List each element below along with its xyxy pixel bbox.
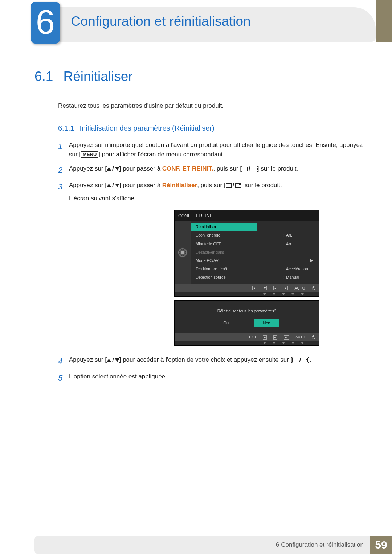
- osd-item-desactiver-dans: Désactiver dans: [191, 248, 319, 257]
- down-icon: [115, 184, 119, 187]
- chapter-title: Configuration et réinitialisation: [71, 14, 251, 29]
- osd-title: CONF. ET REINIT.: [175, 210, 319, 222]
- exit-label: EXIT: [249, 335, 256, 340]
- step-3: 3 Appuyez sur [/] pour passer à Réinitia…: [58, 181, 370, 351]
- source1-icon: [242, 167, 248, 171]
- osd-item-mode-pcav: Mode PC/AV▶: [191, 257, 319, 265]
- nav-left-icon: ◂: [252, 286, 256, 290]
- subsection-title: Initialisation des paramètres (Réinitial…: [79, 124, 214, 132]
- power-icon: [312, 336, 315, 339]
- page-footer: 6 Configuration et réinitialisation 59: [0, 536, 392, 554]
- subsection-number: 6.1.1: [58, 124, 74, 132]
- osd-item-detection-source: Détection source:Manual: [191, 273, 319, 282]
- osd-menu-panel: CONF. ET REINIT. Réinitialiser Econ. éne…: [174, 210, 319, 297]
- osd-confirm-no: Non: [254, 319, 279, 327]
- up-icon: [107, 167, 111, 171]
- source1-icon: [226, 183, 232, 188]
- step-number: 4: [58, 355, 69, 368]
- step-4: 4 Appuyez sur [/] pour accéder à l'optio…: [58, 355, 370, 368]
- osd-button-bar: ◂ ▾ ▴ ▸ AUTO: [175, 284, 319, 293]
- osd-confirm-bar: EXIT ◂ ▸ ↵ AUTO: [175, 333, 319, 341]
- nav-right-icon: ▸: [284, 286, 288, 290]
- nav-up-icon: ▴: [273, 286, 277, 290]
- osd-item-reinitialiser: Réinitialiser: [191, 223, 257, 231]
- osd-indicator-row: [175, 292, 319, 296]
- section-number: 6.1: [34, 69, 53, 84]
- menu-button-icon: MENU: [81, 151, 98, 158]
- osd-item-econ-energie: Econ. énergie:Arr.: [191, 231, 319, 239]
- auto-label: AUTO: [295, 335, 305, 340]
- up-icon: [107, 358, 111, 362]
- osd-side-icon: [175, 221, 191, 283]
- osd-item-tch-repet: Tch Nombre répét.:Accélération: [191, 265, 319, 273]
- footer-chapter-text: 6 Configuration et réinitialisation: [34, 536, 370, 554]
- osd-confirm-panel: Réinitialiser tous les paramètres? Oui N…: [174, 300, 319, 346]
- section-title: Réinitialiser: [63, 69, 132, 84]
- footer-page-number: 59: [370, 536, 392, 554]
- section-heading: 6.1Réinitialiser: [34, 69, 370, 84]
- step-5: 5 L'option sélectionnée est appliquée.: [58, 372, 370, 384]
- chapter-number-badge: 6: [31, 2, 60, 44]
- step-number: 5: [58, 372, 69, 384]
- target-reinitialiser: Réinitialiser: [162, 182, 197, 189]
- step-number: 2: [58, 164, 69, 176]
- source2-icon: [252, 167, 257, 171]
- osd-confirm-question: Réinitialiser tous les paramètres?: [175, 301, 319, 319]
- section-intro: Restaurez tous les paramètres d'usine pa…: [58, 102, 370, 110]
- corner-stripe: [376, 0, 392, 42]
- target-conf-reinit: CONF. ET REINIT.: [162, 165, 213, 172]
- source1-icon: [292, 358, 298, 362]
- enter-icon: ↵: [284, 335, 289, 340]
- down-icon: [115, 167, 119, 171]
- nav-right-icon: ▸: [273, 335, 277, 340]
- step-number: 1: [58, 140, 69, 153]
- nav-down-icon: ▾: [263, 286, 267, 290]
- power-icon: [312, 286, 315, 290]
- nav-left-icon: ◂: [263, 335, 267, 340]
- source2-icon: [235, 183, 241, 188]
- osd-item-minuterie-off: Minuterie OFF:Arr.: [191, 240, 319, 248]
- subsection-heading: 6.1.1Initialisation des paramètres (Réin…: [58, 124, 370, 132]
- osd-indicator-row: [175, 341, 319, 345]
- gear-icon: [179, 249, 186, 256]
- osd-confirm-yes: Oui: [215, 319, 238, 327]
- step-1: 1 Appuyez sur n'importe quel bouton à l'…: [58, 140, 370, 160]
- auto-label: AUTO: [294, 286, 305, 291]
- osd-screenshot-group: CONF. ET REINIT. Réinitialiser Econ. éne…: [174, 210, 319, 346]
- up-icon: [107, 184, 111, 187]
- chevron-right-icon: ▶: [310, 258, 313, 264]
- step-number: 3: [58, 181, 69, 193]
- step-2: 2 Appuyez sur [/] pour passer à CONF. ET…: [58, 164, 370, 176]
- source2-icon: [302, 358, 308, 362]
- down-icon: [115, 358, 119, 362]
